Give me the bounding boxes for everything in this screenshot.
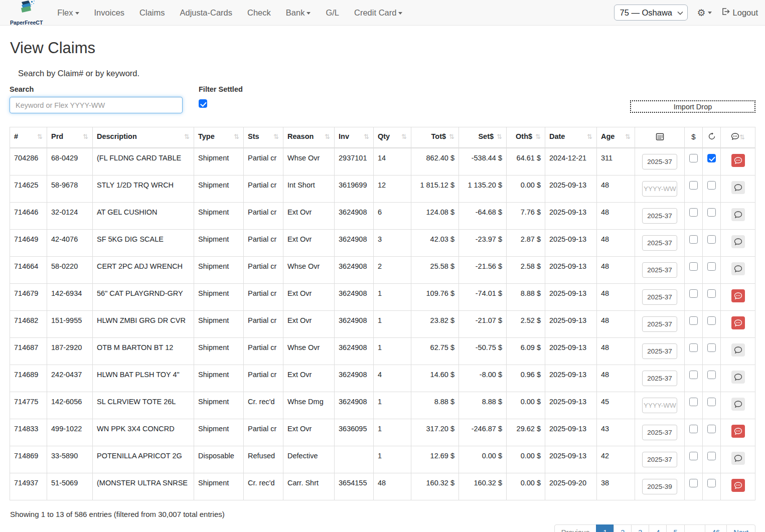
refresh-checkbox[interactable] <box>707 479 716 487</box>
refresh-checkbox[interactable] <box>707 452 716 460</box>
nav-item-invoices[interactable]: Invoices <box>87 1 132 25</box>
comment-button[interactable] <box>731 235 745 248</box>
invoice-cell: 3624908 <box>335 230 374 257</box>
brand-logo[interactable]: PaperFreeCT <box>10 0 43 26</box>
page-next[interactable]: Next <box>726 524 755 532</box>
column-header-reason[interactable]: Reason⇅ <box>283 127 335 148</box>
column-header-comment-icon[interactable]: ⇅ <box>721 127 755 148</box>
comment-button[interactable] <box>731 398 745 411</box>
dollar-checkbox[interactable] <box>689 316 698 325</box>
refresh-checkbox[interactable] <box>707 289 716 298</box>
claim-week-input[interactable] <box>642 316 677 332</box>
refresh-checkbox-cell <box>703 175 721 203</box>
column-header-sts[interactable]: Sts⇅ <box>244 127 283 148</box>
claim-row: 71464632-0124AT GEL CUSHIONShipmentParti… <box>10 203 755 230</box>
column-header-set[interactable]: Set$⇅ <box>459 127 507 148</box>
dollar-checkbox[interactable] <box>689 452 698 460</box>
import-drop-button[interactable]: Import Drop <box>630 100 755 113</box>
column-header-tot[interactable]: Tot$⇅ <box>411 127 459 148</box>
comment-button[interactable] <box>731 452 745 465</box>
column-header-inv[interactable]: Inv⇅ <box>335 127 374 148</box>
claim-week-input[interactable] <box>642 371 677 386</box>
dollar-checkbox[interactable] <box>689 235 698 244</box>
page-4[interactable]: 4 <box>649 524 667 532</box>
dollar-checkbox[interactable] <box>689 371 698 379</box>
column-header-prd[interactable]: Prd⇅ <box>47 127 93 148</box>
column-header-age[interactable]: Age⇅ <box>597 127 635 148</box>
column-header-type[interactable]: Type⇅ <box>194 127 244 148</box>
page-5[interactable]: 5 <box>666 524 684 532</box>
nav-item-flex[interactable]: Flex <box>50 1 86 25</box>
product-cell: 32-0124 <box>47 203 93 230</box>
claim-week-input[interactable] <box>642 398 677 413</box>
dollar-checkbox[interactable] <box>689 425 698 433</box>
page-3[interactable]: 3 <box>631 524 649 532</box>
refresh-checkbox[interactable] <box>707 154 716 162</box>
refresh-checkbox[interactable] <box>707 235 716 244</box>
comment-button[interactable] <box>731 181 745 194</box>
refresh-checkbox[interactable] <box>707 343 716 352</box>
claim-week-input[interactable] <box>642 262 677 278</box>
comment-button[interactable] <box>731 371 745 384</box>
page-1[interactable]: 1 <box>596 524 614 532</box>
settings-menu[interactable]: ⚙ <box>697 7 711 19</box>
comment-button[interactable] <box>731 425 745 438</box>
refresh-checkbox[interactable] <box>707 316 716 325</box>
logout-button[interactable]: Logout <box>721 7 758 18</box>
comment-button[interactable] <box>731 316 745 329</box>
refresh-checkbox[interactable] <box>707 371 716 379</box>
claim-week-input[interactable] <box>642 343 677 359</box>
page-2[interactable]: 2 <box>614 524 632 532</box>
refresh-checkbox[interactable] <box>707 262 716 271</box>
claim-week-input[interactable] <box>642 452 677 467</box>
store-select[interactable]: 75 — Oshawa <box>614 5 688 21</box>
dollar-checkbox[interactable] <box>689 181 698 190</box>
dollar-checkbox[interactable] <box>689 289 698 298</box>
dollar-checkbox[interactable] <box>689 208 698 217</box>
column-label: Sts <box>248 132 259 140</box>
refresh-checkbox[interactable] <box>707 208 716 217</box>
refresh-checkbox[interactable] <box>707 425 716 433</box>
total-cell: 25.58 $ <box>411 257 459 284</box>
refresh-checkbox[interactable] <box>707 398 716 406</box>
product-cell: 68-0429 <box>47 148 93 175</box>
dollar-checkbox[interactable] <box>689 262 698 271</box>
claim-week-input[interactable] <box>642 235 677 251</box>
total-cell: 160.32 $ <box>411 473 459 500</box>
claim-week-input[interactable] <box>642 208 677 224</box>
refresh-checkbox[interactable] <box>707 181 716 190</box>
nav-item-g-l[interactable]: G/L <box>318 1 347 25</box>
claim-week-input[interactable] <box>642 154 677 169</box>
search-input[interactable] <box>10 97 183 113</box>
logout-icon <box>721 7 730 18</box>
comment-button[interactable] <box>731 289 745 302</box>
claim-week-input[interactable] <box>642 289 677 305</box>
comment-button[interactable] <box>731 154 745 167</box>
nav-item-credit-card[interactable]: Credit Card <box>347 1 410 25</box>
claim-week-input[interactable] <box>642 425 677 440</box>
sort-icon: ⇅ <box>625 133 631 140</box>
dollar-checkbox[interactable] <box>689 479 698 487</box>
comment-button[interactable] <box>731 262 745 275</box>
nav-item-adjusta-cards[interactable]: Adjusta-Cards <box>172 1 240 25</box>
nav-item-bank[interactable]: Bank <box>278 1 319 25</box>
dollar-checkbox[interactable] <box>689 398 698 406</box>
column-header-qty[interactable]: Qty⇅ <box>374 127 411 148</box>
nav-item-claims[interactable]: Claims <box>132 1 172 25</box>
dollar-checkbox[interactable] <box>689 343 698 352</box>
dollar-checkbox[interactable] <box>689 154 698 162</box>
comment-button[interactable] <box>731 343 745 357</box>
column-header-oth[interactable]: Oth$⇅ <box>507 127 545 148</box>
comment-button[interactable] <box>731 479 745 492</box>
settled-cell: -21.56 $ <box>459 257 507 284</box>
claim-week-input[interactable] <box>642 181 677 197</box>
claim-week-input[interactable] <box>642 479 677 494</box>
column-header-num[interactable]: #⇅ <box>10 127 47 148</box>
page-46[interactable]: 46 <box>705 524 727 532</box>
filter-settled-checkbox[interactable] <box>199 99 207 108</box>
column-header-description[interactable]: Description⇅ <box>93 127 194 148</box>
comment-cell <box>721 338 755 365</box>
column-header-date[interactable]: Date⇅ <box>545 127 597 148</box>
comment-button[interactable] <box>731 208 745 221</box>
nav-item-check[interactable]: Check <box>240 1 278 25</box>
